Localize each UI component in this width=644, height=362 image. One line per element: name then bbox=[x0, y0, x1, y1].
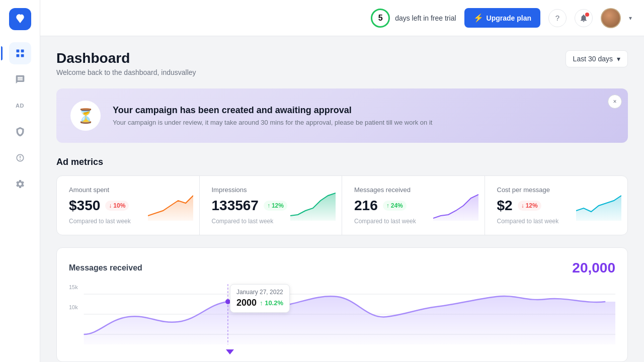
y-label-15k: 15k bbox=[69, 284, 78, 290]
chart-messages bbox=[433, 191, 478, 221]
sidebar-item-dashboard[interactable] bbox=[9, 42, 31, 64]
main-area: 5 days left in free trial ⚡ Upgrade plan… bbox=[40, 0, 644, 362]
user-avatar[interactable] bbox=[601, 8, 621, 28]
chart-cost bbox=[576, 191, 621, 221]
metric-badge-messages: ↑ 24% bbox=[383, 201, 407, 211]
svg-rect-3 bbox=[21, 54, 24, 57]
campaign-banner-icon: ⏳ bbox=[70, 101, 101, 131]
tooltip-value: 2000 ↑ 10.2% bbox=[236, 298, 283, 308]
help-button[interactable]: ? bbox=[548, 9, 567, 27]
campaign-banner-title: Your campaign has been created and await… bbox=[113, 105, 432, 116]
sidebar: AD bbox=[0, 0, 40, 362]
metric-value-amount-spent: $350 bbox=[69, 198, 100, 214]
arrow-down-icon: ↓ bbox=[109, 202, 112, 209]
close-icon: × bbox=[613, 98, 616, 105]
metric-card-cost: Cost per message $2 ↓ 12% Compared to la… bbox=[485, 176, 628, 235]
page-title: Dashboard bbox=[56, 50, 196, 66]
campaign-banner-description: Your campaign is under review, it may ta… bbox=[113, 119, 432, 126]
topbar: 5 days left in free trial ⚡ Upgrade plan… bbox=[40, 0, 644, 36]
avatar-image bbox=[602, 9, 620, 27]
chart-impressions bbox=[290, 191, 336, 221]
ad-metrics-title: Ad metrics bbox=[56, 157, 628, 167]
badge-pct-amount-spent: 10% bbox=[113, 202, 125, 209]
svg-rect-0 bbox=[16, 50, 19, 53]
messages-section: Messages received 20,000 15k 10k January… bbox=[56, 247, 628, 362]
arrow-up-icon-2: ↑ bbox=[386, 202, 389, 209]
metric-card-messages: Messages received 216 ↑ 24% Compared to … bbox=[342, 176, 485, 235]
svg-rect-2 bbox=[16, 54, 19, 57]
page-subtitle: Welcome back to the dashboard, indusvall… bbox=[56, 68, 196, 76]
messages-section-title: Messages received bbox=[69, 263, 142, 273]
tooltip-value-number: 2000 bbox=[236, 298, 257, 308]
upgrade-label: Upgrade plan bbox=[487, 14, 531, 22]
y-label-10k: 10k bbox=[69, 304, 78, 310]
date-filter-label: Last 30 days bbox=[573, 55, 613, 63]
messages-chart-area: 15k 10k January 27, 2022 2000 ↑ 10.2% bbox=[69, 284, 615, 349]
app-logo[interactable] bbox=[9, 8, 31, 30]
banner-close-button[interactable]: × bbox=[608, 95, 622, 109]
metric-value-messages: 216 bbox=[354, 198, 378, 214]
bolt-icon: ⚡ bbox=[473, 13, 484, 23]
metric-card-amount-spent: Amount spent $350 ↓ 10% Compared to last… bbox=[57, 176, 200, 235]
hourglass-icon: ⏳ bbox=[77, 108, 95, 124]
notification-dot bbox=[585, 13, 589, 17]
sidebar-item-settings[interactable] bbox=[9, 173, 31, 195]
selected-triangle bbox=[226, 349, 234, 354]
trial-badge: 5 days left in free trial bbox=[371, 9, 456, 28]
sidebar-item-ads[interactable]: AD bbox=[9, 95, 31, 117]
metric-badge-impressions: ↑ 12% bbox=[264, 201, 287, 211]
messages-line-chart bbox=[69, 284, 615, 344]
metrics-grid: Amount spent $350 ↓ 10% Compared to last… bbox=[56, 175, 628, 235]
campaign-banner-text: Your campaign has been created and await… bbox=[113, 105, 432, 126]
messages-section-header: Messages received 20,000 bbox=[69, 260, 615, 276]
arrow-down-icon-2: ↓ bbox=[521, 202, 524, 209]
tooltip-date: January 27, 2022 bbox=[236, 289, 283, 296]
upgrade-button[interactable]: ⚡ Upgrade plan bbox=[464, 8, 540, 28]
trial-days: 5 bbox=[371, 9, 390, 28]
avatar-chevron[interactable]: ▾ bbox=[629, 15, 632, 22]
badge-pct-impressions: 12% bbox=[272, 202, 284, 209]
metric-badge-cost: ↓ 12% bbox=[518, 201, 541, 211]
date-filter-chevron: ▾ bbox=[617, 55, 620, 63]
page-header: Dashboard Welcome back to the dashboard,… bbox=[56, 50, 628, 76]
page-content: Dashboard Welcome back to the dashboard,… bbox=[40, 36, 644, 362]
trial-text: days left in free trial bbox=[395, 14, 456, 22]
badge-pct-messages: 24% bbox=[391, 202, 403, 209]
metric-badge-amount-spent: ↓ 10% bbox=[105, 201, 129, 211]
chart-tooltip: January 27, 2022 2000 ↑ 10.2% bbox=[230, 284, 290, 313]
notifications-button[interactable] bbox=[575, 9, 593, 27]
campaign-banner: ⏳ Your campaign has been created and awa… bbox=[56, 88, 628, 143]
sidebar-item-analytics[interactable] bbox=[9, 147, 31, 169]
help-label: ? bbox=[555, 14, 559, 22]
sidebar-item-messages[interactable] bbox=[9, 68, 31, 90]
sidebar-item-security[interactable] bbox=[9, 121, 31, 143]
messages-total: 20,000 bbox=[572, 260, 615, 276]
chart-amount-spent bbox=[148, 191, 193, 221]
tooltip-pct: ↑ 10.2% bbox=[260, 299, 283, 307]
metric-card-impressions: Impressions 133567 ↑ 12% Compared to las… bbox=[200, 176, 343, 235]
arrow-up-icon: ↑ bbox=[267, 202, 270, 209]
svg-rect-1 bbox=[21, 50, 24, 53]
date-filter[interactable]: Last 30 days ▾ bbox=[566, 50, 628, 67]
metric-value-impressions: 133567 bbox=[212, 198, 259, 214]
metric-value-cost: $2 bbox=[497, 198, 513, 214]
page-title-group: Dashboard Welcome back to the dashboard,… bbox=[56, 50, 196, 76]
badge-pct-cost: 12% bbox=[526, 202, 538, 209]
